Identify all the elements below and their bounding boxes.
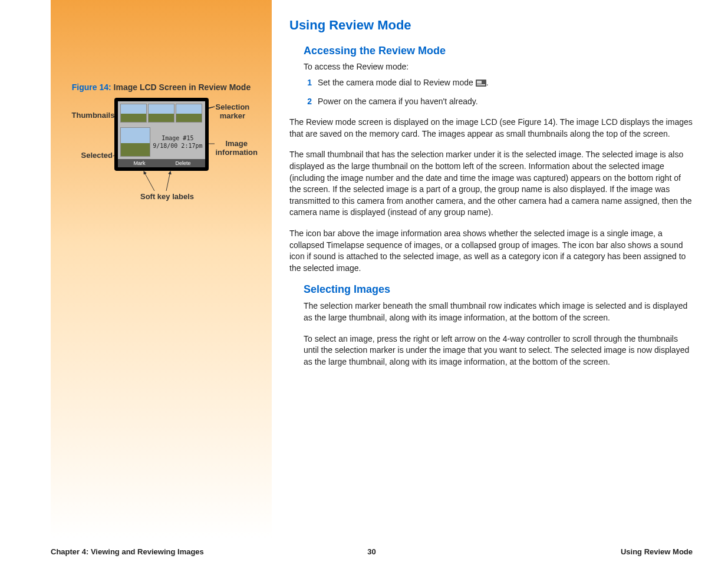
- softkey-right: Delete: [162, 159, 205, 167]
- section-heading-selecting: Selecting Images: [304, 283, 693, 296]
- annotation-thumbnails: Thumbnails: [72, 111, 115, 120]
- svg-rect-7: [477, 81, 482, 84]
- section-heading-accessing: Accessing the Review Mode: [304, 45, 693, 57]
- large-thumbnail: [120, 127, 151, 157]
- footer-right: Using Review Mode: [621, 547, 693, 556]
- step-item: 2 Power on the camera if you haven't alr…: [304, 96, 693, 108]
- svg-line-5: [166, 171, 170, 191]
- image-info: Image #15 9/18/00 2:17pm: [151, 127, 202, 157]
- section1-lead: To access the Review mode:: [304, 62, 693, 71]
- step-number: 1: [304, 77, 312, 89]
- large-thumb-row: Image #15 9/18/00 2:17pm: [118, 125, 205, 159]
- softkey-bar: Mark Delete: [118, 159, 205, 167]
- steps-list: 1 Set the camera mode dial to Review mod…: [304, 77, 693, 107]
- figure-number: Figure 14:: [72, 82, 111, 92]
- section1-para2: The small thumbnail that has the selecti…: [289, 149, 693, 219]
- softkey-left: Mark: [118, 159, 162, 167]
- annotation-image-information: Image information: [216, 139, 258, 157]
- step-text: Set the camera mode dial to Review mode …: [318, 77, 693, 89]
- page-footer: Chapter 4: Viewing and Reviewing Images …: [51, 543, 693, 556]
- step-number: 2: [304, 96, 312, 108]
- lcd-illustration: Thumbnails Selected image Selection mark…: [114, 98, 209, 171]
- review-mode-icon: [476, 80, 486, 87]
- svg-rect-8: [477, 84, 485, 85]
- page-title: Using Review Mode: [289, 18, 693, 33]
- image-info-line2: 9/18/00 2:17pm: [153, 143, 202, 149]
- thumbnail-row: [118, 101, 205, 125]
- thumbnail: [148, 104, 174, 123]
- figure-caption: Figure 14: Image LCD Screen in Review Mo…: [57, 82, 266, 92]
- image-info-line1: Image #15: [153, 135, 202, 141]
- lcd-screen: Image #15 9/18/00 2:17pm Mark Delete: [114, 98, 209, 171]
- annotation-selection-marker: Selection marker: [216, 103, 250, 120]
- thumbnail: [176, 104, 202, 123]
- step-item: 1 Set the camera mode dial to Review mod…: [304, 77, 693, 89]
- step-text: Power on the camera if you haven't alrea…: [318, 96, 693, 108]
- thumbnail: [120, 104, 147, 123]
- footer-left: Chapter 4: Viewing and Reviewing Images: [51, 547, 204, 556]
- figure-14: Figure 14: Image LCD Screen in Review Mo…: [57, 82, 266, 171]
- main-content: Using Review Mode Accessing the Review M…: [272, 0, 728, 562]
- figure-title: Image LCD Screen in Review Mode: [114, 82, 251, 92]
- footer-page-number: 30: [367, 547, 375, 556]
- annotation-soft-key-labels: Soft key labels: [132, 192, 203, 201]
- section2-para1: The selection marker beneath the small t…: [304, 300, 693, 323]
- svg-line-4: [144, 171, 154, 191]
- sidebar-column: Figure 14: Image LCD Screen in Review Mo…: [51, 0, 272, 539]
- section1-para3: The icon bar above the image information…: [289, 228, 693, 274]
- section2-para2: To select an image, press the right or l…: [304, 333, 693, 368]
- section1-para1: The Review mode screen is displayed on t…: [289, 117, 693, 140]
